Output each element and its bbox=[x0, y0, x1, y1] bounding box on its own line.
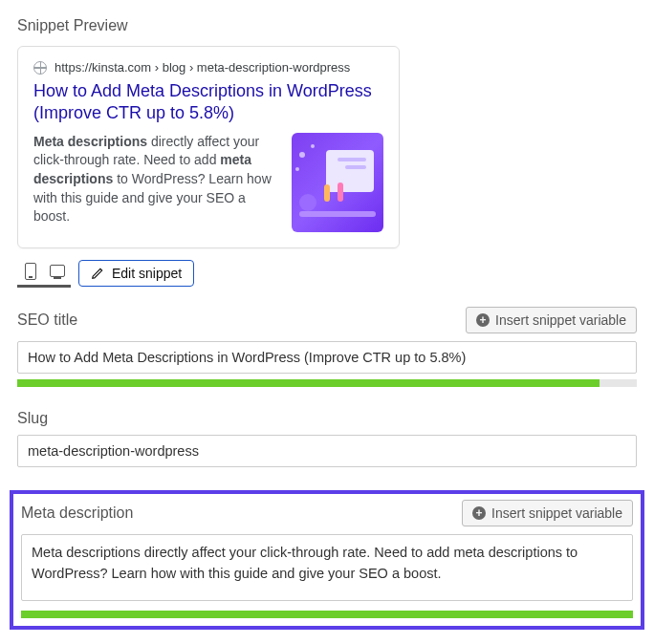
seo-title-input[interactable] bbox=[17, 341, 637, 374]
mobile-preview-button[interactable] bbox=[17, 260, 44, 283]
insert-variable-label: Insert snippet variable bbox=[491, 505, 622, 521]
seo-title-label: SEO title bbox=[17, 311, 77, 329]
snippet-preview-card: https://kinsta.com › blog › meta-descrip… bbox=[17, 46, 400, 248]
preview-title: How to Add Meta Descriptions in WordPres… bbox=[33, 80, 383, 125]
edit-snippet-button[interactable]: Edit snippet bbox=[78, 260, 194, 287]
meta-description-progress bbox=[21, 611, 633, 618]
insert-variable-label: Insert snippet variable bbox=[495, 312, 626, 328]
seo-title-progress bbox=[17, 379, 637, 387]
meta-description-label: Meta description bbox=[21, 504, 133, 522]
mobile-icon bbox=[25, 263, 36, 280]
seo-title-progress-fill bbox=[17, 379, 600, 387]
meta-description-highlight: Meta description + Insert snippet variab… bbox=[10, 490, 644, 630]
insert-variable-button-seo[interactable]: + Insert snippet variable bbox=[466, 307, 637, 333]
slug-block: Slug bbox=[17, 410, 637, 467]
pencil-icon bbox=[91, 267, 104, 280]
edit-snippet-label: Edit snippet bbox=[112, 266, 182, 281]
preview-url: https://kinsta.com › blog › meta-descrip… bbox=[54, 60, 350, 75]
plus-circle-icon: + bbox=[472, 506, 486, 520]
slug-input[interactable] bbox=[17, 435, 637, 467]
section-heading: Snippet Preview bbox=[17, 17, 637, 34]
preview-thumbnail bbox=[292, 133, 383, 232]
preview-url-row: https://kinsta.com › blog › meta-descrip… bbox=[33, 60, 383, 75]
desktop-preview-button[interactable] bbox=[44, 260, 71, 283]
meta-description-progress-fill bbox=[21, 611, 633, 618]
globe-icon bbox=[33, 61, 47, 75]
preview-toolbar: Edit snippet bbox=[17, 260, 637, 288]
slug-label: Slug bbox=[17, 410, 48, 427]
preview-desc-bold: Meta descriptions bbox=[33, 134, 147, 149]
preview-description: Meta descriptions directly affect your c… bbox=[33, 133, 276, 232]
device-toggle-group bbox=[17, 260, 71, 288]
desktop-icon bbox=[50, 265, 65, 277]
insert-variable-button-meta[interactable]: + Insert snippet variable bbox=[462, 500, 633, 526]
plus-circle-icon: + bbox=[476, 313, 490, 327]
meta-description-block: Meta description + Insert snippet variab… bbox=[21, 500, 633, 618]
seo-title-block: SEO title + Insert snippet variable bbox=[17, 307, 637, 387]
meta-description-input[interactable] bbox=[21, 534, 633, 601]
